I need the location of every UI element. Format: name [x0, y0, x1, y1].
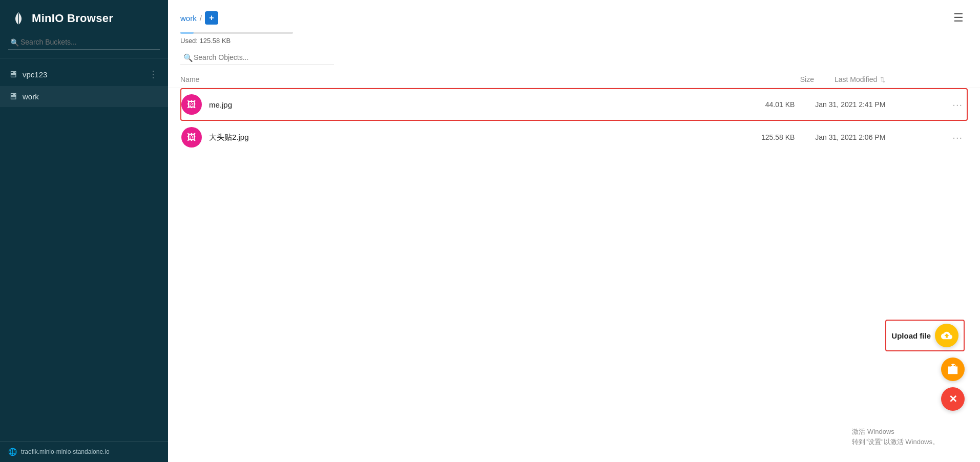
fab-area: Upload file ✕ — [885, 320, 965, 411]
upload-cloud-icon — [941, 330, 952, 341]
file-actions-button[interactable]: ··· — [948, 98, 967, 112]
globe-icon: 🌐 — [8, 448, 17, 456]
file-image-icon: 🖼 — [187, 132, 196, 143]
upload-file-button[interactable] — [935, 324, 958, 347]
bucket-name-work: work — [23, 92, 160, 101]
search-buckets-wrap: 🔍 — [0, 35, 168, 56]
bucket-icon — [947, 364, 958, 375]
close-fab-button[interactable]: ✕ — [941, 387, 965, 411]
table-row[interactable]: 🖼 大头贴2.jpg 125.58 KB Jan 31, 2021 2:06 P… — [180, 121, 968, 154]
upload-label-text: Upload file — [891, 331, 931, 340]
col-header-last-modified: Last Modified ⇅ — [835, 75, 968, 83]
sidebar-header: MinIO Browser — [0, 0, 168, 35]
sidebar-divider — [0, 58, 168, 58]
bucket-list: 🖥 vpc123 ⋮ 🖥 work — [0, 62, 168, 441]
sidebar-item-work[interactable]: 🖥 work — [0, 86, 168, 107]
create-bucket-button[interactable] — [941, 358, 965, 381]
hamburger-menu-button[interactable]: ☰ — [949, 9, 968, 27]
app-title: MinIO Browser — [32, 12, 113, 25]
file-image-icon: 🖼 — [187, 99, 196, 110]
file-type-badge: 🖼 — [181, 94, 202, 115]
file-actions-button[interactable]: ··· — [948, 131, 967, 144]
sidebar-footer: 🌐 traefik.minio-minio-standalone.io — [0, 441, 168, 462]
windows-activate-notice: 激活 Windows 转到"设置"以激活 Windows。 — [852, 427, 939, 447]
breadcrumb: work / + — [180, 11, 218, 25]
search-objects-icon: 🔍 — [183, 53, 193, 62]
file-name: 大头贴2.jpg — [209, 133, 733, 142]
bucket-menu-vpc123[interactable]: ⋮ — [147, 68, 160, 81]
bucket-drive-icon: 🖥 — [8, 69, 17, 80]
breadcrumb-bucket-link[interactable]: work — [180, 14, 197, 23]
sidebar-item-vpc123[interactable]: 🖥 vpc123 ⋮ — [0, 62, 168, 86]
storage-fill — [180, 32, 194, 34]
upload-label-wrap: Upload file — [885, 320, 965, 351]
file-type-badge: 🖼 — [181, 127, 202, 148]
file-size: 125.58 KB — [733, 133, 815, 141]
search-buckets-input[interactable] — [8, 35, 160, 50]
create-folder-button[interactable]: + — [205, 11, 218, 25]
minio-logo-icon — [10, 10, 27, 27]
search-objects-section: 🔍 — [168, 45, 980, 65]
file-modified: Jan 31, 2021 2:41 PM — [815, 100, 948, 109]
table-row[interactable]: 🖼 me.jpg 44.01 KB Jan 31, 2021 2:41 PM ·… — [180, 88, 968, 121]
storage-used-label: Used: 125.58 KB — [180, 37, 231, 45]
storage-track — [180, 32, 293, 34]
topbar: work / + ☰ — [168, 0, 980, 27]
file-name: me.jpg — [209, 100, 733, 109]
sort-icon[interactable]: ⇅ — [880, 76, 886, 83]
bucket-name-vpc123: vpc123 — [23, 70, 141, 79]
file-modified: Jan 31, 2021 2:06 PM — [815, 133, 948, 141]
file-list: 🖼 me.jpg 44.01 KB Jan 31, 2021 2:41 PM ·… — [168, 88, 980, 154]
storage-bar-section: Used: 125.58 KB — [168, 27, 980, 45]
bucket-drive-icon-work: 🖥 — [8, 91, 17, 102]
col-header-size: Size — [753, 75, 835, 83]
breadcrumb-separator: / — [200, 14, 202, 23]
close-icon: ✕ — [949, 393, 957, 405]
main-area: work / + ☰ Used: 125.58 KB 🔍 Name Size L… — [168, 0, 980, 462]
sidebar: MinIO Browser 🔍 🖥 vpc123 ⋮ 🖥 work 🌐 trae… — [0, 0, 168, 462]
footer-url: traefik.minio-minio-standalone.io — [21, 448, 110, 455]
col-header-name: Name — [180, 75, 753, 83]
file-table-header: Name Size Last Modified ⇅ — [168, 65, 980, 88]
search-objects-input[interactable] — [180, 50, 334, 65]
file-size: 44.01 KB — [733, 100, 815, 109]
